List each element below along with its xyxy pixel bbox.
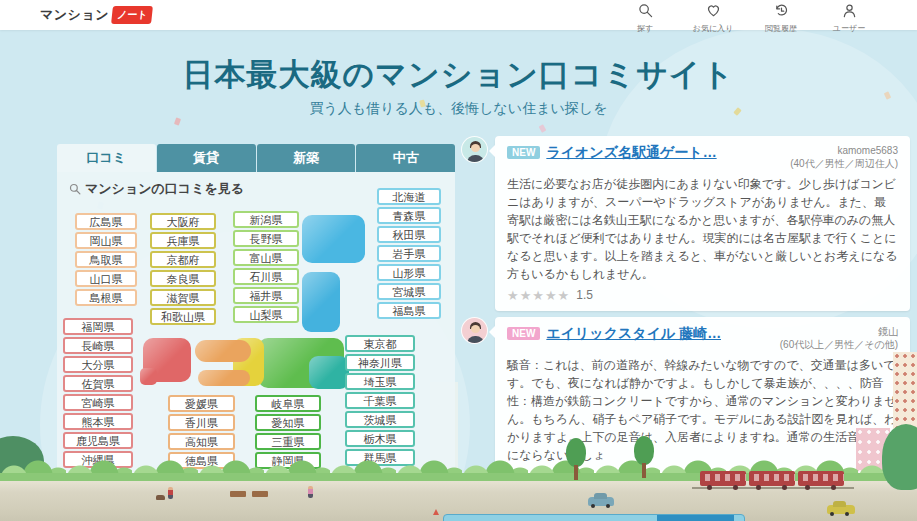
prefecture-link[interactable]: 千葉県	[345, 392, 415, 409]
prefecture-link[interactable]: 島根県	[75, 289, 137, 306]
prefecture-link[interactable]: 鹿児島県	[63, 432, 133, 449]
avatar	[461, 136, 488, 163]
avatar-face	[471, 325, 480, 333]
reviewer-name: kamome5683	[790, 144, 898, 157]
prefecture-link[interactable]: 山梨県	[233, 306, 299, 323]
prefecture-link[interactable]: 大阪府	[150, 213, 216, 230]
pref-group-chugoku: 広島県岡山県鳥取県山口県島根県	[75, 213, 137, 306]
train-car	[700, 471, 746, 486]
prefecture-link[interactable]: 青森県	[377, 207, 441, 224]
prefecture-link[interactable]: 福井県	[233, 287, 299, 304]
prefecture-link[interactable]: 茨城県	[345, 411, 415, 428]
star-rating: ★★★★★ 1.5	[507, 288, 898, 302]
prefecture-link[interactable]: 岡山県	[75, 232, 137, 249]
tree	[566, 438, 586, 480]
car-yellow	[827, 505, 855, 514]
prefecture-link[interactable]: 東京都	[345, 335, 415, 352]
review-feed: NEW ライオンズ名駅通ゲート… kamome5683 (40代／男性／周辺住人…	[461, 136, 910, 473]
review-card-header: NEW エイリックスタイル 藤崎… 鏡山 (60代以上／男性／その他)	[507, 325, 898, 351]
review-card: NEW エイリックスタイル 藤崎… 鏡山 (60代以上／男性／その他) 騒音：こ…	[495, 317, 910, 473]
tree	[634, 436, 654, 478]
user-icon	[842, 3, 857, 22]
prefecture-link[interactable]: 鳥取県	[75, 251, 137, 268]
confetti	[539, 124, 547, 133]
map-block-tohoku	[302, 272, 340, 332]
prefecture-link[interactable]: 高知県	[168, 433, 235, 450]
tab-shinchiku[interactable]: 新築	[257, 144, 356, 172]
avatar-body	[467, 155, 484, 163]
prefecture-link[interactable]: 京都府	[150, 251, 216, 268]
review-item: NEW ライオンズ名駅通ゲート… kamome5683 (40代／男性／周辺住人…	[461, 136, 910, 311]
prefecture-link[interactable]: 大分県	[63, 356, 133, 373]
prefecture-link[interactable]: 山口県	[75, 270, 137, 287]
prefecture-finder-panel: 口コミ 賃貸 新築 中古 マンションの口コミを見る 北海道青森県秋田県岩手県山形…	[57, 144, 455, 480]
prefecture-link[interactable]: 滋賀県	[150, 289, 216, 306]
review-text: 生活に必要なお店が徒歩圏内にあまりない印象です。少し歩けばコンビニはありますが、…	[507, 175, 898, 283]
reviewer-info: 鏡山 (60代以上／男性／その他)	[780, 325, 898, 351]
prefecture-link[interactable]: 兵庫県	[150, 232, 216, 249]
prefecture-link[interactable]: 岩手県	[377, 245, 441, 262]
prefecture-link[interactable]: 長崎県	[63, 337, 133, 354]
nav-item-favorites[interactable]: お気に入り	[690, 3, 736, 34]
prefecture-link[interactable]: 神奈川県	[345, 354, 415, 371]
new-badge: NEW	[507, 146, 540, 159]
tab-chintai[interactable]: 賃貸	[157, 144, 256, 172]
finder-body: マンションの口コミを見る 北海道青森県秋田県岩手県山形県宮城県福島県 広島県岡山…	[57, 172, 455, 480]
reviewer-meta: (60代以上／男性／その他)	[780, 338, 898, 351]
prefecture-link[interactable]: 宮城県	[377, 283, 441, 300]
prefecture-link[interactable]: 愛媛県	[168, 395, 235, 412]
prefecture-link[interactable]: 和歌山県	[150, 308, 216, 325]
prefecture-link[interactable]: 熊本県	[63, 413, 133, 430]
prefecture-link[interactable]: 栃木県	[345, 430, 415, 447]
history-clock-icon	[774, 3, 789, 22]
prefecture-link[interactable]: 北海道	[377, 188, 441, 205]
review-card: NEW ライオンズ名駅通ゲート… kamome5683 (40代／男性／周辺住人…	[495, 136, 910, 311]
logo-text: マンション	[40, 6, 109, 24]
review-title-link[interactable]: ライオンズ名駅通ゲート…	[546, 144, 716, 162]
page-subtitle: 買う人も借りる人も、後悔しない住まい探しを	[0, 100, 917, 118]
map-block-hokkaido	[302, 215, 365, 263]
prefecture-link[interactable]: 香川県	[168, 414, 235, 431]
page: マンション ノート 探す お気に入り 閲覧履歴 ユーザー 日本最大級のマンション…	[0, 0, 917, 521]
prefecture-link[interactable]: 秋田県	[377, 226, 441, 243]
finder-heading: マンションの口コミを見る	[69, 180, 244, 198]
prefecture-link[interactable]: 石川県	[233, 268, 299, 285]
avatar	[461, 317, 488, 344]
prefecture-link[interactable]: 富山県	[233, 249, 299, 266]
nav-label: ユーザー	[833, 23, 865, 34]
nav-item-user[interactable]: ユーザー	[826, 3, 872, 34]
prefecture-link[interactable]: 岐阜県	[255, 395, 321, 412]
prefecture-link[interactable]: 奈良県	[150, 270, 216, 287]
bench	[252, 491, 268, 497]
prefecture-link[interactable]: 埼玉県	[345, 373, 415, 390]
train-track	[692, 487, 854, 489]
prefecture-link[interactable]: 長野県	[233, 230, 299, 247]
prefecture-link[interactable]: 佐賀県	[63, 375, 133, 392]
tab-kuchikomi[interactable]: 口コミ	[57, 144, 156, 172]
review-item: NEW エイリックスタイル 藤崎… 鏡山 (60代以上／男性／その他) 騒音：こ…	[461, 317, 910, 473]
car-blue	[588, 497, 614, 506]
tab-chuko[interactable]: 中古	[356, 144, 455, 172]
prefecture-link[interactable]: 福岡県	[63, 318, 133, 335]
nav-label: 探す	[637, 23, 653, 34]
nav-label: お気に入り	[693, 23, 734, 34]
prefecture-link[interactable]: 宮崎県	[63, 394, 133, 411]
stars-empty: ★★★★★	[507, 289, 570, 302]
pref-group-kansai: 大阪府兵庫県京都府奈良県滋賀県和歌山県	[150, 213, 216, 325]
search-icon	[638, 3, 653, 22]
person	[168, 487, 173, 499]
site-logo[interactable]: マンション ノート	[40, 6, 153, 24]
nav-item-search[interactable]: 探す	[622, 3, 668, 34]
prefecture-link[interactable]: 愛知県	[255, 414, 321, 431]
person	[308, 486, 313, 498]
prefecture-link[interactable]: 山形県	[377, 264, 441, 281]
logo-badge: ノート	[111, 6, 153, 24]
reviewer-name: 鏡山	[780, 325, 898, 338]
map-block-chugoku	[195, 340, 251, 362]
prefecture-link[interactable]: 新潟県	[233, 211, 299, 228]
prefecture-link[interactable]: 三重県	[255, 433, 321, 450]
review-title-link[interactable]: エイリックスタイル 藤崎…	[546, 325, 721, 343]
nav-item-history[interactable]: 閲覧履歴	[758, 3, 804, 34]
prefecture-link[interactable]: 福島県	[377, 302, 441, 319]
prefecture-link[interactable]: 広島県	[75, 213, 137, 230]
